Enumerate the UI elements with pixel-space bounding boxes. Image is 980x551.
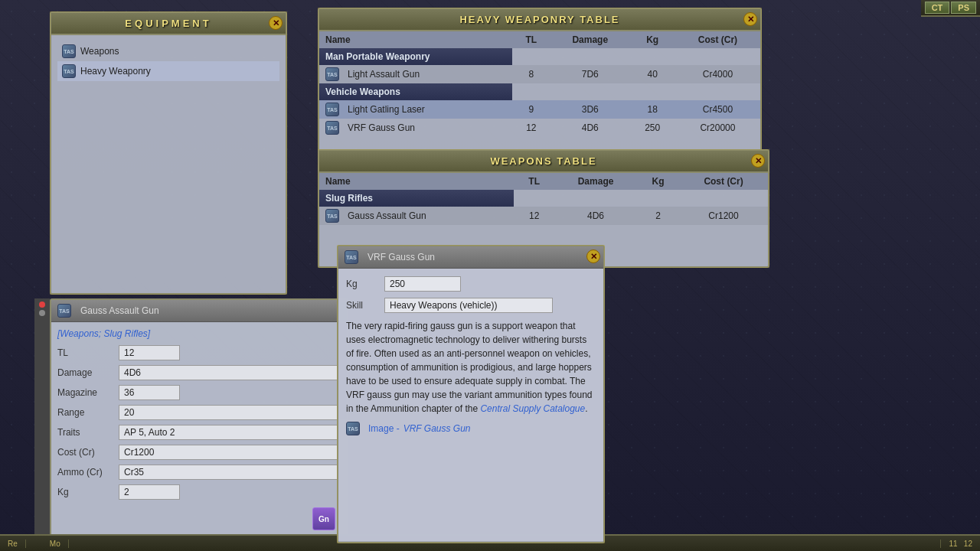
equipment-list: TAS Weapons TAS Heavy Weaponry [51, 35, 286, 87]
vrf-close[interactable]: ✕ [586, 249, 600, 263]
side-dot-2 [39, 310, 45, 316]
heavy-item-lgl-name: TAS Light Gatling Laser [319, 100, 512, 119]
weapons-col-damage: Damage [554, 173, 637, 190]
equipment-item-heavy[interactable]: TAS Heavy Weaponry [57, 61, 279, 81]
vrf-popup: TAS VRF Gauss Gun ✕ Kg Skill The very ra… [337, 245, 605, 543]
heavy-item-lgl[interactable]: TAS Light Gatling Laser 9 3D6 18 Cr4500 [319, 100, 760, 119]
weapons-item-gag-kg: 2 [637, 207, 679, 225]
detail-label-kg: Kg [57, 487, 119, 497]
heavy-item-lag-damage: 7D6 [550, 65, 629, 83]
detail-label-range: Range [57, 407, 119, 418]
detail-panel: TAS Gauss Assault Gun [Weapons; Slug Rif… [50, 298, 348, 543]
detail-label-magazine: Magazine [57, 387, 119, 398]
heavy-icon: TAS [62, 64, 76, 78]
purple-btn-container: Gn [312, 507, 335, 530]
vrf-image-link-text[interactable]: VRF Gauss Gun [403, 423, 471, 434]
detail-input-kg[interactable] [119, 484, 180, 500]
vrf-input-skill[interactable] [384, 298, 553, 313]
heavy-table-close[interactable]: ✕ [743, 12, 757, 26]
weapons-item-gag-tl: 12 [514, 207, 554, 225]
vrf-title: VRF Gauss Gun [368, 252, 435, 262]
heavy-table-panel: HEAVY WEAPONRY TABLE ✕ Name TL Damage Kg… [318, 8, 762, 161]
equipment-panel-close[interactable]: ✕ [269, 16, 283, 30]
vrf-icon: TAS [325, 121, 339, 135]
heavy-item-lag[interactable]: TAS Light Assault Gun 8 7D6 40 Cr4000 [319, 65, 760, 83]
heavy-item-vrf-kg: 250 [629, 119, 675, 137]
category-vehicle: Vehicle Weapons [319, 83, 760, 100]
detail-value-ammo: Cr35 [119, 465, 341, 480]
heavy-item-lag-cost: Cr4000 [675, 65, 760, 83]
detail-row-ammo: Ammo (Cr) Cr35 [57, 465, 341, 480]
heavy-item-vrf-name: TAS VRF Gauss Gun [319, 119, 512, 137]
lgl-icon: TAS [325, 103, 339, 116]
detail-value-traits: AP 5, Auto 2 [119, 425, 341, 440]
purple-button[interactable]: Gn [312, 507, 335, 530]
detail-content: [Weapons; Slug Rifles] TL Damage 4D6 Mag… [51, 322, 347, 541]
detail-row-tl: TL [57, 345, 341, 360]
heavy-item-lag-name: TAS Light Assault Gun [319, 65, 512, 83]
bottom-bar-re: Re [0, 540, 26, 548]
heavy-item-vrf-damage: 4D6 [550, 119, 629, 137]
detail-title: Gauss Assault Gun [80, 305, 159, 316]
category-vehicle-label: Vehicle Weapons [319, 83, 512, 100]
heavy-col-name: Name [319, 31, 512, 48]
weapons-table: Name TL Damage Kg Cost (Cr) Slug Rifles … [319, 173, 768, 225]
detail-value-range: 20 [119, 405, 341, 420]
category-man-portable: Man Portable Weaponry [319, 48, 760, 65]
vrf-header: TAS VRF Gauss Gun [338, 246, 603, 269]
equipment-panel-header: EQUIPMENT [51, 13, 286, 35]
detail-value-damage: 4D6 [119, 365, 341, 380]
vrf-image-icon: TAS [346, 422, 360, 435]
ps-button[interactable]: PS [951, 2, 976, 14]
lag-icon: TAS [325, 67, 339, 81]
weapons-item-gag[interactable]: TAS Gauss Assault Gun 12 4D6 2 Cr1200 [319, 207, 768, 225]
heavy-item-vrf[interactable]: TAS VRF Gauss Gun 12 4D6 250 Cr20000 [319, 119, 760, 137]
weapons-col-cost: Cost (Cr) [679, 173, 768, 190]
heavy-col-kg: Kg [629, 31, 675, 48]
heavy-col-damage: Damage [550, 31, 629, 48]
vrf-description: The very rapid-firing gauss gun is a sup… [346, 319, 596, 416]
heavy-item-lag-kg: 40 [629, 65, 675, 83]
ct-button[interactable]: CT [925, 2, 950, 14]
vrf-input-kg[interactable] [384, 276, 461, 292]
vrf-label-kg: Kg [346, 279, 384, 289]
weapons-col-kg: Kg [637, 173, 679, 190]
detail-label-damage: Damage [57, 367, 119, 378]
bottom-bar-nums: 11 12 [940, 540, 980, 548]
detail-input-magazine[interactable] [119, 385, 180, 400]
heavy-item-lgl-cost: Cr4500 [675, 100, 760, 119]
detail-label-traits: Traits [57, 427, 119, 438]
detail-label-tl: TL [57, 347, 119, 358]
detail-link[interactable]: [Weapons; Slug Rifles] [57, 328, 341, 339]
category-man-portable-label: Man Portable Weaponry [319, 48, 512, 65]
weapons-col-name: Name [319, 173, 514, 190]
detail-row-cost: Cost (Cr) Cr1200 [57, 445, 341, 460]
vrf-image-link[interactable]: TAS Image - VRF Gauss Gun [346, 422, 596, 435]
heavy-table-header: HEAVY WEAPONRY TABLE [319, 9, 760, 31]
bottom-bar-mo: Mo [42, 540, 69, 548]
vrf-row-kg: Kg [346, 276, 596, 292]
detail-label-cost: Cost (Cr) [57, 447, 119, 458]
weapons-label: Weapons [80, 46, 119, 57]
weapons-table-header: WEAPONS TABLE [319, 151, 768, 173]
heavy-item-lgl-damage: 3D6 [550, 100, 629, 119]
weapons-item-gag-damage: 4D6 [554, 207, 637, 225]
detail-row-damage: Damage 4D6 [57, 365, 341, 380]
detail-icon: TAS [57, 304, 71, 318]
vrf-content: Kg Skill The very rapid-firing gauss gun… [338, 269, 603, 541]
side-tabs [34, 298, 50, 543]
heavy-item-lgl-kg: 18 [629, 100, 675, 119]
detail-input-tl[interactable] [119, 345, 180, 360]
detail-value-cost: Cr1200 [119, 445, 341, 460]
heavy-item-vrf-tl: 12 [512, 119, 551, 137]
weapons-table-close[interactable]: ✕ [751, 154, 765, 168]
vrf-row-skill: Skill [346, 298, 596, 313]
equipment-item-weapons[interactable]: TAS Weapons [57, 41, 279, 61]
side-dot-1 [39, 302, 45, 308]
weapons-icon: TAS [62, 44, 76, 58]
detail-row-range: Range 20 [57, 405, 341, 420]
catalogue-link[interactable]: Central Supply Catalogue [480, 403, 585, 414]
heavy-col-tl: TL [512, 31, 551, 48]
heavy-table: Name TL Damage Kg Cost (Cr) Man Portable… [319, 31, 760, 137]
detail-row-traits: Traits AP 5, Auto 2 [57, 425, 341, 440]
